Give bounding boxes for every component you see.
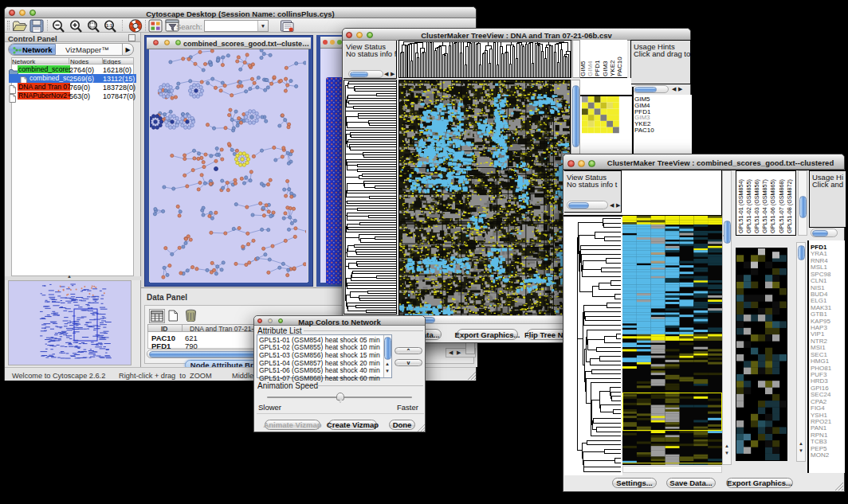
svg-text:YKE2: YKE2: [609, 60, 616, 76]
svg-text:GPL51-08 (GSM872): GPL51-08 (GSM872): [786, 179, 793, 233]
svg-text:GIM4: GIM4: [587, 61, 594, 76]
svg-text:GPL51-01 (GSM854): GPL51-01 (GSM854): [737, 179, 744, 233]
svg-text:GPL51-02 (GSM855): GPL51-02 (GSM855): [745, 179, 752, 233]
svg-text:PAC10: PAC10: [616, 57, 623, 76]
svg-text:PFD1: PFD1: [594, 60, 601, 76]
svg-text:GPL51-03 (GSM856): GPL51-03 (GSM856): [753, 179, 760, 233]
svg-text:GIM3: GIM3: [602, 61, 609, 76]
svg-text:GIM5: GIM5: [580, 61, 587, 76]
svg-text:GPL51-06 (GSM865): GPL51-06 (GSM865): [769, 179, 776, 233]
svg-text:GPL51-04 (GSM857): GPL51-04 (GSM857): [761, 179, 768, 233]
svg-text:GPL51-07 (GSM868): GPL51-07 (GSM868): [778, 179, 785, 233]
svg-text:1:1: 1:1: [106, 23, 112, 28]
